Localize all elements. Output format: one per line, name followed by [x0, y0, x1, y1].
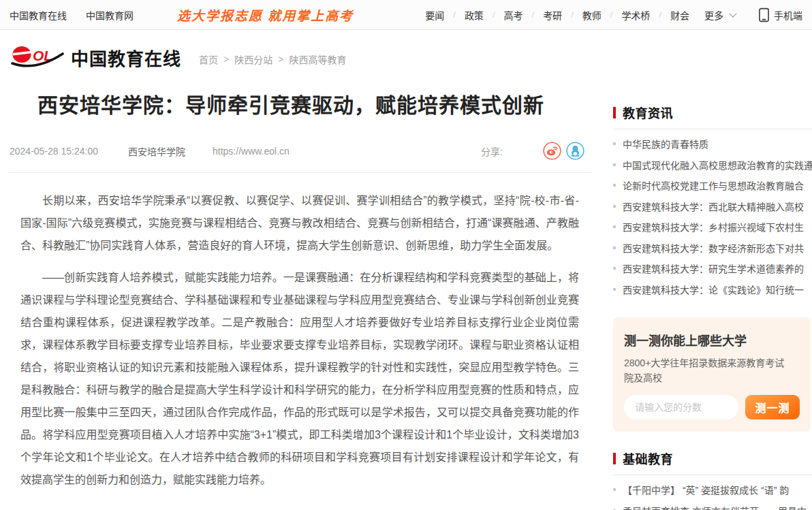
score-test-promo-card: 测一测你能上哪些大学 2800+大学往年招录数据来源教育考试院及高校 测一测	[613, 317, 811, 432]
nav-separator: /	[447, 10, 462, 20]
news-list: 中华民族的青春特质 中国式现代化融入高校思想政治教育的实践遵 论新时代高校党建工…	[613, 133, 812, 300]
breadcrumb-higher-edu[interactable]: 陕西高等教育	[289, 52, 346, 66]
eol-logo[interactable]: OL 中国教育在线	[11, 44, 181, 71]
content: 西安培华学院：导师牵引竞赛驱动，赋能培养模式创新 2024-05-28 15:2…	[0, 78, 812, 510]
bullet-icon	[613, 184, 616, 187]
article-meta: 2024-05-28 15:24:00 西安培华学院 https://www.e…	[8, 142, 591, 173]
bullet-icon	[613, 488, 616, 491]
score-input[interactable]	[624, 395, 738, 419]
nav-separator: /	[565, 10, 580, 20]
list-item[interactable]: 论新时代高校党建工作与思想政治教育融合	[613, 175, 812, 196]
basic-edu-section: 基础教育 【千阳中学】 “英” 姿挺拔叙成长 “语” 韵 柔风甘雨育桃李,亦师亦…	[613, 449, 812, 510]
news-link[interactable]: 西安建筑科技大学：研究生学术道德素养的	[623, 261, 804, 275]
bullet-icon	[613, 267, 616, 270]
bullet-icon	[613, 142, 616, 145]
promo-title: 测一测你能上哪些大学	[624, 331, 800, 349]
chevron-down-icon	[729, 10, 736, 17]
nav-item-caikuai[interactable]: 财会	[668, 8, 692, 22]
nav-separator: /	[526, 10, 541, 20]
basic-edu-list: 【千阳中学】 “英” 姿挺拔叙成长 “语” 韵 柔风甘雨育桃李,亦师亦友伴花开—…	[613, 479, 812, 510]
list-item[interactable]: 中华民族的青春特质	[613, 133, 812, 155]
news-section-header: 教育资讯	[613, 103, 812, 121]
article: 西安培华学院：导师牵引竞赛驱动，赋能培养模式创新 2024-05-28 15:2…	[8, 78, 591, 510]
logo-text: 中国教育在线	[71, 45, 181, 70]
publish-date: 2024-05-28 15:24:00	[10, 146, 98, 157]
news-link[interactable]: 中国式现代化融入高校思想政治教育的实践遵	[623, 158, 812, 172]
divider	[613, 475, 812, 475]
list-item[interactable]: 中国式现代化融入高校思想政治教育的实践遵	[613, 155, 812, 176]
bullet-icon	[613, 225, 616, 228]
nav-item-jiaoshi[interactable]: 教师	[580, 8, 604, 22]
site-link-edu-net[interactable]: 中国教育网	[86, 8, 134, 22]
nav-separator: /	[653, 10, 668, 20]
nav-item-yaowen[interactable]: 要闻	[422, 8, 447, 22]
page: 中国教育在线 中国教育网 选大学报志愿 就用掌上高考 要闻 / 政策 / 高考 …	[0, 0, 812, 510]
test-button[interactable]: 测一测	[745, 395, 800, 419]
news-link[interactable]: 论新时代高校党建工作与思想政治教育融合	[623, 178, 804, 192]
smartphone-icon	[759, 7, 769, 22]
news-link[interactable]: 中华民族的青春特质	[623, 137, 708, 150]
article-url: https://www.eol.cn	[213, 146, 290, 157]
red-bar-icon	[613, 453, 616, 464]
bullet-icon	[613, 205, 616, 208]
news-section: 教育资讯 中华民族的青春特质 中国式现代化融入高校思想政治教育的实践遵 论新时代…	[613, 103, 812, 300]
red-bar-icon	[613, 107, 616, 118]
news-link[interactable]: 西安建筑科技大学：数字经济新形态下对共	[623, 241, 804, 255]
top-bar: 中国教育在线 中国教育网 选大学报志愿 就用掌上高考 要闻 / 政策 / 高考 …	[0, 0, 812, 30]
article-source: 西安培华学院	[128, 144, 185, 158]
news-link[interactable]: 西安建筑科技大学：论《实践论》知行统一	[623, 283, 804, 296]
nav-separator: /	[486, 10, 501, 20]
bullet-icon	[613, 163, 616, 166]
divider	[613, 129, 812, 129]
mobile-site-link[interactable]: 手机端	[759, 7, 802, 22]
list-item[interactable]: 西安建筑科技大学：西北联大精神融入高校	[613, 196, 812, 217]
more-menu[interactable]: 更多	[702, 8, 736, 22]
more-label: 更多	[702, 8, 726, 22]
paragraph: ——创新实践育人培养模式，赋能实践能力培养。一是课赛融通：在分析课程结构和学科竞…	[20, 266, 579, 491]
nav-item-kaoyan[interactable]: 考研	[540, 8, 565, 22]
eol-logo-icon: OL	[11, 44, 65, 71]
paragraph: 长期以来，西安培华学院秉承“以赛促教、以赛促学、以赛促训、赛学训相结合”的教学模…	[20, 189, 579, 257]
nav-separator: /	[604, 10, 619, 20]
breadcrumb-separator: >	[278, 54, 283, 65]
bullet-icon	[613, 246, 616, 249]
breadcrumb: 首页 > 陕西分站 > 陕西高等教育	[199, 48, 346, 66]
list-item[interactable]: 【千阳中学】 “英” 姿挺拔叙成长 “语” 韵	[613, 479, 812, 500]
news-link[interactable]: 【千阳中学】 “英” 姿挺拔叙成长 “语” 韵	[623, 483, 789, 496]
news-section-title: 教育资讯	[623, 103, 673, 121]
list-item[interactable]: 西安建筑科技大学：乡村振兴视域下农村生	[613, 217, 812, 238]
news-link[interactable]: 西安建筑科技大学：乡村振兴视域下农村生	[623, 220, 804, 234]
news-link[interactable]: 柔风甘雨育桃李,亦师亦友伴花开——眉县中	[623, 504, 807, 510]
list-item[interactable]: 西安建筑科技大学：论《实践论》知行统一	[613, 279, 812, 300]
list-item[interactable]: 西安建筑科技大学：数字经济新形态下对共	[613, 238, 812, 259]
site-link-eol[interactable]: 中国教育在线	[10, 8, 67, 22]
header-row: OL 中国教育在线 首页 > 陕西分站 > 陕西高等教育	[0, 30, 812, 78]
breadcrumb-home[interactable]: 首页	[199, 52, 218, 66]
news-link[interactable]: 西安建筑科技大学：西北联大精神融入高校	[623, 200, 804, 213]
qq-share-icon[interactable]	[566, 142, 584, 160]
list-item[interactable]: 西安建筑科技大学：研究生学术道德素养的	[613, 258, 812, 279]
promo-form: 测一测	[624, 395, 800, 419]
weibo-share-icon[interactable]	[543, 142, 561, 160]
article-body: 长期以来，西安培华学院秉承“以赛促教、以赛促学、以赛促训、赛学训相结合”的教学模…	[8, 173, 591, 491]
bullet-icon	[613, 288, 616, 291]
sidebar: 教育资讯 中华民族的青春特质 中国式现代化融入高校思想政治教育的实践遵 论新时代…	[613, 78, 812, 510]
basic-edu-section-title: 基础教育	[623, 449, 673, 467]
nav-item-gaokao[interactable]: 高考	[501, 8, 526, 22]
share-bar: 分享:	[481, 142, 590, 160]
topbar-left: 中国教育在线 中国教育网 选大学报志愿 就用掌上高考	[10, 5, 354, 24]
topbar-nav: 要闻 / 政策 / 高考 / 考研 / 教师 / 学术桥 / 财会 更多 手机端	[422, 7, 802, 22]
mobile-label: 手机端	[774, 8, 802, 22]
nav-item-zhengce[interactable]: 政策	[462, 8, 486, 22]
gaokao-slogan-banner[interactable]: 选大学报志愿 就用掌上高考	[177, 5, 354, 24]
list-item[interactable]: 柔风甘雨育桃李,亦师亦友伴花开——眉县中	[613, 500, 812, 510]
nav-item-xueshuqiao[interactable]: 学术桥	[619, 8, 653, 22]
breadcrumb-separator: >	[223, 54, 229, 65]
breadcrumb-shaanxi[interactable]: 陕西分站	[234, 52, 272, 66]
article-title: 西安培华学院：导师牵引竞赛驱动，赋能培养模式创新	[8, 78, 591, 118]
share-label: 分享:	[481, 144, 503, 158]
promo-subtitle: 2800+大学往年招录数据来源教育考试院及高校	[624, 355, 787, 385]
basic-edu-section-header: 基础教育	[613, 449, 812, 467]
